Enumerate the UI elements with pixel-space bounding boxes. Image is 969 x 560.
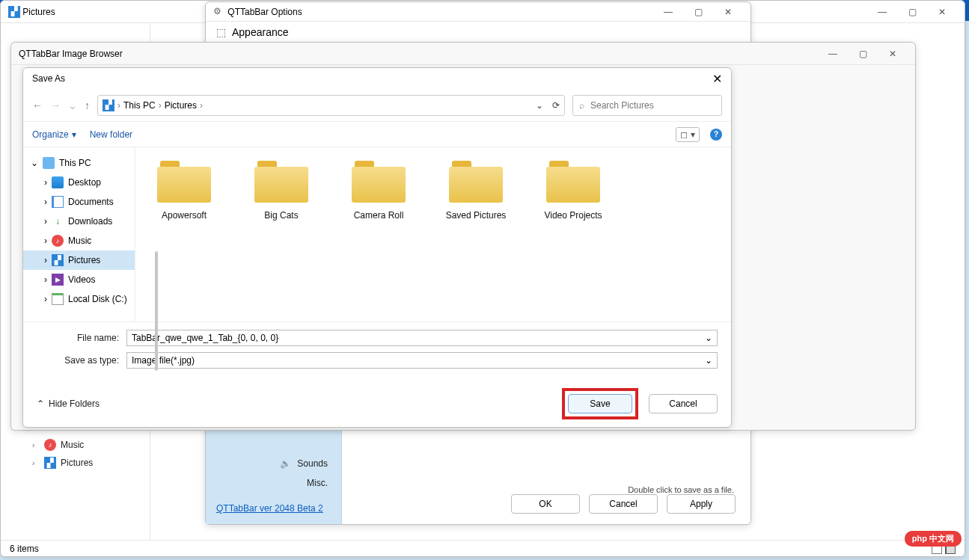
folder-icon — [546, 161, 600, 203]
maximize-button[interactable]: ▢ — [897, 7, 927, 17]
folder-icon — [254, 161, 308, 203]
explorer-statusbar: 6 items — [1, 540, 965, 556]
up-button[interactable]: ↑ — [85, 99, 90, 111]
folder-icon — [449, 161, 503, 203]
close-button[interactable]: ✕ — [712, 72, 722, 86]
save-as-navbar: ← → ⌄ ↑ ▞ › This PC › Pictures › ⌄⟳ ⌕ Se… — [23, 89, 731, 122]
chevron-down-icon: ▾ — [72, 129, 76, 140]
sidebar-scrollbar[interactable] — [155, 251, 158, 371]
tree-desktop[interactable]: ›Desktop — [23, 173, 135, 192]
crumb-this-pc[interactable]: This PC — [123, 100, 156, 111]
sidebar-item-music[interactable]: ›♪Music — [1, 436, 150, 454]
cancel-button[interactable]: Cancel — [589, 494, 658, 514]
save-as-fields: File name: TabBar_qwe_qwe_1_Tab_{0, 0, 0… — [23, 321, 731, 382]
breadcrumb-bar[interactable]: ▞ › This PC › Pictures › ⌄⟳ — [97, 95, 565, 116]
videos-icon: ▶ — [52, 274, 64, 286]
gear-icon: ⚙ — [213, 6, 225, 18]
tree-documents[interactable]: ›Documents — [23, 192, 135, 212]
folder-icon — [352, 161, 406, 203]
appearance-icon: ⬚ — [216, 26, 226, 38]
tree-music[interactable]: ›♪Music — [23, 231, 135, 250]
maximize-button[interactable]: ▢ — [848, 49, 878, 59]
pictures-icon: ▞ — [103, 99, 114, 111]
organize-menu[interactable]: Organize ▾ — [32, 129, 76, 140]
folder-item[interactable]: Saved Pictures — [442, 161, 510, 221]
tree-pictures-selected[interactable]: ›▞Pictures — [23, 250, 135, 270]
options-title: QTTabBar Options — [227, 7, 653, 17]
refresh-icon[interactable]: ⟳ — [552, 100, 560, 111]
apply-button[interactable]: Apply — [667, 494, 736, 514]
recent-dropdown[interactable]: ⌄ — [68, 99, 77, 111]
back-button[interactable]: ← — [32, 99, 43, 111]
downloads-icon: ↓ — [52, 215, 64, 227]
ok-button[interactable]: OK — [511, 494, 580, 514]
view-options[interactable]: ◻ ▾ — [676, 127, 700, 142]
sound-icon: 🔈 — [280, 458, 291, 469]
chevron-up-icon: ⌃ — [37, 399, 44, 409]
filename-label: File name: — [37, 333, 119, 343]
chevron-right-icon: › — [200, 100, 203, 111]
sidebar-item-sounds[interactable]: 🔈Sounds — [206, 454, 341, 473]
new-folder-button[interactable]: New folder — [90, 129, 132, 140]
documents-icon — [52, 196, 64, 208]
chevron-down-icon: ⌄ — [705, 333, 712, 343]
version-link[interactable]: QTTabBar ver 2048 Beta 2 — [206, 493, 341, 524]
folder-item[interactable]: Apowersoft — [150, 161, 218, 221]
chevron-down-icon: ▾ — [691, 129, 695, 140]
minimize-button[interactable]: — — [818, 49, 848, 59]
close-button[interactable]: ✕ — [713, 7, 743, 17]
minimize-button[interactable]: — — [867, 7, 897, 17]
forward-button[interactable]: → — [50, 99, 61, 111]
save-as-actions: ⌃Hide Folders Save Cancel — [23, 382, 731, 427]
pc-icon — [43, 157, 55, 169]
maximize-button[interactable]: ▢ — [683, 7, 713, 17]
search-input[interactable]: ⌕ Search Pictures — [572, 95, 722, 116]
close-button[interactable]: ✕ — [878, 49, 908, 59]
folder-item[interactable]: Big Cats — [248, 161, 315, 221]
help-icon[interactable]: ? — [710, 129, 722, 141]
chevron-down-icon[interactable]: ⌄ — [536, 100, 543, 111]
pictures-icon: ▞ — [8, 6, 20, 18]
folder-grid: Apowersoft Big Cats Camera Roll Saved Pi… — [135, 147, 731, 321]
save-highlight: Save — [562, 388, 638, 419]
save-as-dialog: Save As ✕ ← → ⌄ ↑ ▞ › This PC › Pictures… — [22, 67, 732, 428]
folder-item[interactable]: Camera Roll — [345, 161, 412, 221]
item-count: 6 items — [10, 544, 39, 554]
music-icon: ♪ — [44, 439, 56, 451]
folder-icon — [157, 161, 211, 203]
filename-input[interactable]: TabBar_qwe_qwe_1_Tab_{0, 0, 0, 0}⌄ — [126, 330, 718, 346]
tree-this-pc[interactable]: ⌄This PC — [23, 153, 135, 173]
chevron-down-icon: ⌄ — [705, 355, 712, 366]
pictures-icon: ▞ — [52, 254, 64, 266]
options-heading: Appearance — [232, 26, 289, 38]
image-browser-titlebar: QTTabBar Image Browser — ▢ ✕ — [11, 43, 915, 65]
tree-downloads[interactable]: ›↓Downloads — [23, 212, 135, 231]
folder-item[interactable]: Video Projects — [539, 161, 607, 221]
tree-videos[interactable]: ›▶Videos — [23, 270, 135, 289]
hide-folders-toggle[interactable]: ⌃Hide Folders — [37, 399, 100, 409]
save-button[interactable]: Save — [568, 394, 632, 413]
tree-local-disk[interactable]: ›Local Disk (C:) — [23, 289, 135, 309]
sidebar-item-misc[interactable]: Misc. — [206, 473, 341, 493]
cancel-button[interactable]: Cancel — [649, 394, 718, 413]
filetype-select[interactable]: Image file(*.jpg)⌄ — [126, 352, 718, 369]
disk-icon — [52, 293, 64, 305]
save-as-titlebar: Save As ✕ — [23, 68, 731, 89]
close-button[interactable]: ✕ — [927, 7, 957, 17]
chevron-right-icon: › — [159, 100, 162, 111]
options-titlebar: ⚙ QTTabBar Options — ▢ ✕ — [206, 2, 751, 22]
desktop-icon — [52, 176, 64, 188]
options-header: ⬚ Appearance — [206, 22, 751, 43]
minimize-button[interactable]: — — [653, 7, 683, 17]
watermark: php 中文网 — [905, 531, 962, 547]
crumb-pictures[interactable]: Pictures — [165, 100, 197, 111]
save-as-title: Save As — [32, 73, 65, 84]
music-icon: ♪ — [52, 235, 64, 247]
chevron-right-icon: › — [117, 100, 120, 111]
hint-text: Double click to save as a file. — [628, 485, 734, 494]
sidebar-item-pictures[interactable]: ›▞Pictures — [1, 454, 150, 472]
expand-icon[interactable]: ⌄ — [31, 158, 38, 168]
image-browser-title: QTTabBar Image Browser — [19, 49, 818, 59]
search-icon: ⌕ — [579, 100, 584, 111]
search-placeholder: Search Pictures — [590, 100, 654, 111]
